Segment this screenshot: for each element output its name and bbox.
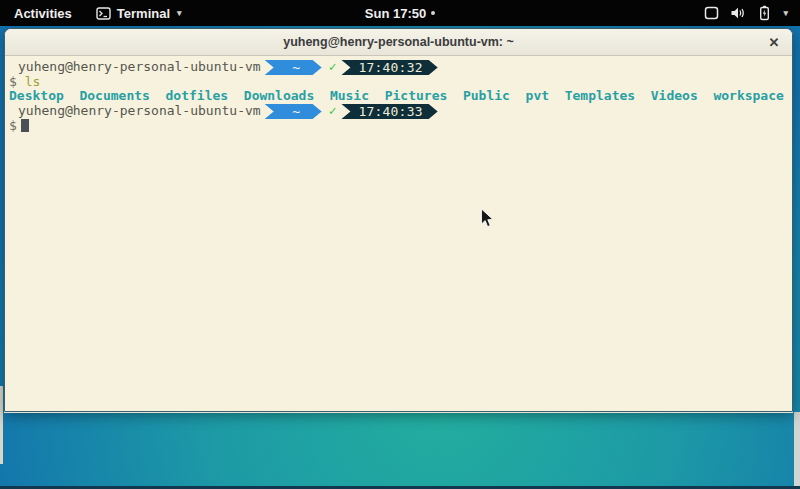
battery-charging-icon xyxy=(757,5,772,21)
terminal-content[interactable]: yuheng@henry-personal-ubuntu-vm~✓17:40:3… xyxy=(5,57,792,411)
close-button[interactable]: ✕ xyxy=(765,33,783,51)
terminal-icon xyxy=(96,7,111,20)
prompt-user-host: yuheng@henry-personal-ubuntu-vm xyxy=(9,103,261,118)
command-line: $ ls xyxy=(9,75,792,90)
chevron-down-icon: ▾ xyxy=(783,8,788,18)
prompt-status-check-icon: ✓ xyxy=(329,103,337,118)
prompt-cwd-segment: ~ xyxy=(265,104,322,119)
prompt-user-host: yuheng@henry-personal-ubuntu-vm xyxy=(9,59,261,74)
system-tray[interactable]: ▾ xyxy=(692,0,800,26)
prompt-status-check-icon: ✓ xyxy=(329,59,337,74)
screen-icon xyxy=(704,6,719,20)
prompt-line: yuheng@henry-personal-ubuntu-vm~✓17:40:3… xyxy=(9,60,792,75)
terminal-cursor xyxy=(21,119,29,132)
window-title-bar[interactable]: yuheng@henry-personal-ubuntu-vm: ~ ✕ xyxy=(5,29,792,56)
prompt-cwd-segment: ~ xyxy=(265,60,322,75)
prompt-time-segment: 17:40:32 xyxy=(341,60,437,75)
ls-output: Desktop Documents dotfiles Downloads Mus… xyxy=(9,89,792,104)
clock[interactable]: Sun 17:50 xyxy=(365,6,426,21)
command-text: ls xyxy=(25,74,41,89)
terminal-window: yuheng@henry-personal-ubuntu-vm: ~ ✕ yuh… xyxy=(4,28,793,412)
activities-label: Activities xyxy=(14,6,72,21)
chevron-down-icon: ▾ xyxy=(177,8,182,18)
prompt-symbol: $ xyxy=(9,118,17,133)
app-menu-label: Terminal xyxy=(117,6,170,21)
app-menu-terminal[interactable]: Terminal ▾ xyxy=(86,0,192,26)
activities-button[interactable]: Activities xyxy=(0,0,86,26)
background-window-edge xyxy=(0,386,3,464)
prompt-line: yuheng@henry-personal-ubuntu-vm~✓17:40:3… xyxy=(9,104,792,119)
window-title: yuheng@henry-personal-ubuntu-vm: ~ xyxy=(283,35,514,49)
input-line: $ xyxy=(9,119,792,134)
prompt-symbol: $ xyxy=(9,74,17,89)
top-bar: Activities Terminal ▾ Sun 17:50 xyxy=(0,0,800,26)
notification-dot-icon xyxy=(431,11,435,15)
volume-icon xyxy=(730,6,746,20)
prompt-time-segment: 17:40:33 xyxy=(341,104,437,119)
background-window-edge xyxy=(794,412,800,486)
